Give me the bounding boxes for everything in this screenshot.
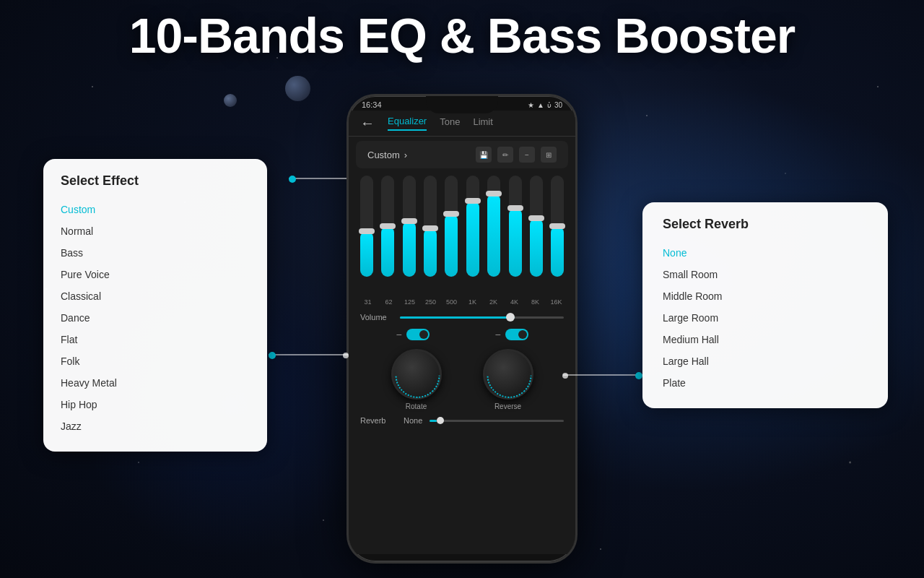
phone-mockup: 16:34 ★ ▲ ὐ‌ 30 ← Equalizer Tone Limit C…	[346, 94, 578, 564]
eq-track-500[interactable]	[445, 176, 458, 277]
eq-band-31	[357, 176, 375, 296]
volume-thumb[interactable]	[506, 313, 515, 322]
eq-track-31[interactable]	[360, 176, 373, 277]
freq-label-250: 250	[420, 298, 441, 306]
reverb-slider-track[interactable]	[430, 420, 564, 422]
eq-thumb-2K[interactable]	[486, 191, 502, 197]
eq-thumb-16K[interactable]	[549, 223, 565, 229]
toggle-row: − −	[349, 326, 575, 343]
eq-band-1K	[463, 176, 481, 296]
effect-item-pure-voice[interactable]: Pure Voice	[61, 264, 250, 285]
eq-fill-16K	[551, 226, 564, 277]
freq-label-8K: 8K	[525, 298, 546, 306]
bass-toggle-knob	[419, 330, 428, 339]
preset-chevron: ›	[404, 150, 407, 160]
eq-band-500	[443, 176, 461, 296]
connector-line-right	[563, 374, 642, 376]
eq-thumb-250[interactable]	[422, 225, 438, 231]
eq-track-250[interactable]	[424, 176, 437, 277]
connector-line-left	[269, 354, 348, 355]
effect-item-hip-hop[interactable]: Hip Hop	[61, 394, 250, 415]
effect-item-normal[interactable]: Normal	[61, 220, 250, 242]
eq-track-62[interactable]	[381, 176, 394, 277]
reverb-item-middle-room[interactable]: Middle Room	[663, 285, 868, 307]
volume-row: Volume	[349, 309, 575, 326]
rotate-label: Rotate	[406, 402, 427, 410]
tab-tone[interactable]: Tone	[440, 116, 460, 130]
tab-limit[interactable]: Limit	[473, 116, 492, 130]
reverb-item-large-hall[interactable]: Large Hall	[663, 350, 868, 372]
reverb-toggle[interactable]	[505, 329, 528, 340]
eq-thumb-8K[interactable]	[528, 215, 544, 221]
eq-thumb-4K[interactable]	[507, 205, 523, 211]
freq-label-4K: 4K	[504, 298, 525, 306]
battery-icon: ὐ‌	[547, 101, 552, 109]
eq-thumb-31[interactable]	[359, 228, 375, 234]
eq-bands-container	[349, 173, 575, 296]
select-reverb-title: Select Reverb	[663, 217, 868, 232]
frequency-labels: 31621252505001K2K4K8K16K	[349, 296, 575, 309]
eq-fill-500	[445, 214, 458, 277]
rotate-knob-wrap: Rotate	[391, 349, 442, 410]
effect-item-flat[interactable]: Flat	[61, 329, 250, 350]
preset-selector[interactable]: Custom ›	[367, 150, 407, 160]
freq-label-16K: 16K	[546, 298, 567, 306]
back-button[interactable]: ←	[360, 115, 375, 131]
edit-preset-button[interactable]: ✏	[497, 147, 513, 163]
eq-track-2K[interactable]	[487, 176, 500, 277]
eq-thumb-1K[interactable]	[465, 198, 481, 204]
grid-preset-button[interactable]: ⊞	[541, 147, 557, 163]
effect-item-classical[interactable]: Classical	[61, 285, 250, 307]
reverb-item-plate[interactable]: Plate	[663, 372, 868, 394]
select-reverb-panel: Select Reverb NoneSmall RoomMiddle RoomL…	[642, 202, 888, 408]
save-preset-button[interactable]: 💾	[476, 147, 492, 163]
volume-track[interactable]	[400, 316, 564, 319]
eq-track-1K[interactable]	[466, 176, 479, 277]
freq-label-1K: 1K	[462, 298, 483, 306]
effect-list: CustomNormalBassPure VoiceClassicalDance…	[61, 199, 250, 437]
eq-band-4K	[506, 176, 524, 296]
minus-preset-button[interactable]: −	[519, 147, 535, 163]
effect-item-folk[interactable]: Folk	[61, 350, 250, 372]
status-icons: ★ ▲ ὐ‌ 30	[528, 101, 562, 109]
eq-fill-1K	[466, 201, 479, 277]
reverb-slider-fill	[430, 420, 436, 422]
eq-track-8K[interactable]	[530, 176, 543, 277]
effect-item-heavy-metal[interactable]: Heavy Metal	[61, 372, 250, 394]
eq-thumb-500[interactable]	[443, 211, 459, 217]
reverse-knob[interactable]	[483, 349, 533, 400]
reverb-current-value: None	[404, 416, 422, 425]
reverb-item-small-room[interactable]: Small Room	[663, 264, 868, 285]
nav-tabs: ← Equalizer Tone Limit	[349, 111, 575, 137]
eq-fill-31	[360, 231, 373, 277]
eq-thumb-125[interactable]	[401, 218, 417, 224]
reverb-minus-icon: −	[494, 329, 500, 340]
eq-track-16K[interactable]	[551, 176, 564, 277]
eq-thumb-62[interactable]	[380, 223, 396, 229]
knobs-row: Rotate Reverse	[349, 343, 575, 413]
reverb-item-medium-hall[interactable]: Medium Hall	[663, 329, 868, 350]
eq-fill-125	[403, 221, 416, 277]
eq-fill-62	[381, 226, 394, 277]
reverb-item-none[interactable]: None	[663, 242, 868, 264]
effect-item-dance[interactable]: Dance	[61, 307, 250, 329]
bass-toggle[interactable]	[406, 329, 430, 340]
eq-band-8K	[527, 176, 545, 296]
select-effect-panel: Select Effect CustomNormalBassPure Voice…	[43, 159, 267, 452]
eq-band-125	[400, 176, 418, 296]
effect-item-bass[interactable]: Bass	[61, 242, 250, 264]
reverb-slider-thumb[interactable]	[437, 417, 444, 424]
effect-item-jazz[interactable]: Jazz	[61, 415, 250, 437]
select-effect-title: Select Effect	[61, 173, 250, 189]
eq-track-4K[interactable]	[509, 176, 522, 277]
reverb-item-large-room[interactable]: Large Room	[663, 307, 868, 329]
preset-row: Custom › 💾 ✏ − ⊞	[356, 141, 568, 168]
tab-equalizer[interactable]: Equalizer	[388, 116, 427, 131]
volume-fill	[400, 316, 515, 319]
phone-content: ← Equalizer Tone Limit Custom › 💾 ✏ − ⊞	[349, 111, 575, 554]
eq-track-125[interactable]	[403, 176, 416, 277]
rotate-knob[interactable]	[391, 349, 442, 400]
effect-item-custom[interactable]: Custom	[61, 199, 250, 220]
eq-band-250	[421, 176, 439, 296]
connector-line-top	[289, 178, 346, 179]
